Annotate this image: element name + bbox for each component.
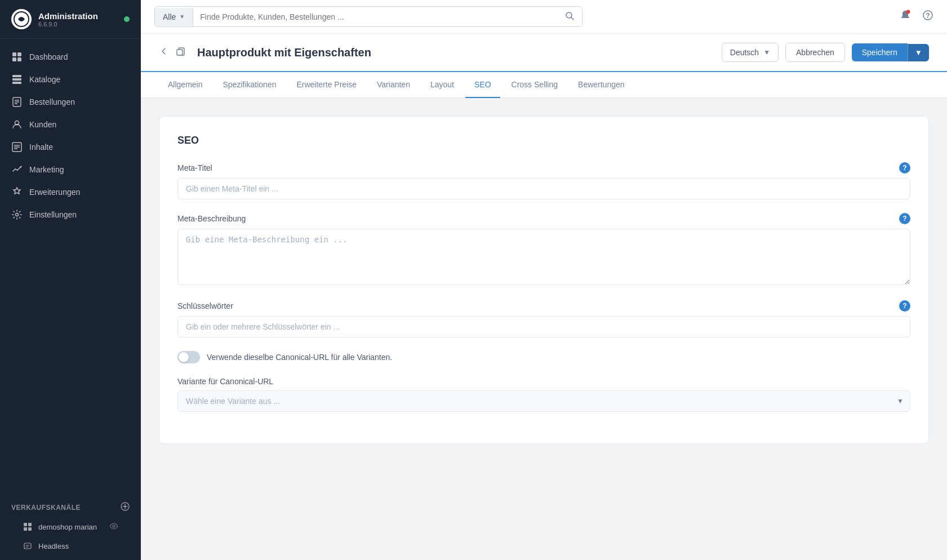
sidebar-item-kunden[interactable]: Kunden [0,113,141,136]
svg-point-32 [906,10,910,14]
seo-section: SEO Meta-Titel ? Meta-Beschreibung [159,116,929,444]
sales-channels-header: Verkaufskanäle [11,502,130,513]
notification-icon[interactable] [900,10,911,24]
online-indicator [124,16,130,22]
search-container: Alle ▼ [154,6,583,27]
channel-label: Headless [38,542,69,550]
sidebar-item-label: Dashboard [29,52,68,61]
tabs-bar: Allgemein Spezifikationen Erweiterte Pre… [141,72,947,98]
kataloge-icon [11,74,23,85]
topbar-actions: ? [900,10,933,24]
sidebar-item-marketing[interactable]: Marketing [0,158,141,181]
sidebar-item-label: Kataloge [29,75,60,84]
save-dropdown-button[interactable]: ▼ [908,44,929,61]
svg-line-31 [571,17,573,20]
app-version: 6.6.9.0 [38,21,98,28]
keywords-group: Schlüsselwörter ? [177,300,910,337]
meta-title-label-row: Meta-Titel ? [177,162,910,174]
content-area: SEO Meta-Titel ? Meta-Beschreibung [141,98,947,560]
svg-point-26 [113,525,115,527]
meta-description-help-icon[interactable]: ? [899,213,910,224]
meta-title-label: Meta-Titel [177,163,212,172]
canonical-variant-select-container: Wähle eine Variante aus ... ▼ [177,390,910,412]
canonical-variant-group: Variante für Canonical-URL Wähle eine Va… [177,377,910,412]
inhalte-icon [11,141,23,153]
sales-channels-section: Verkaufskanäle [0,493,141,560]
seo-form-area: SEO Meta-Titel ? Meta-Beschreibung [141,98,947,475]
erweiterungen-icon [11,186,23,198]
sales-channels-label: Verkaufskanäle [11,504,81,512]
toggle-knob [179,352,189,362]
page-title: Hauptprodukt mit Eigenschaften [197,46,371,59]
meta-description-group: Meta-Beschreibung ? [177,213,910,287]
svg-rect-3 [12,57,16,61]
help-icon[interactable]: ? [922,10,933,24]
app-title-group: Administration 6.6.9.0 [38,11,98,28]
meta-description-input[interactable] [177,229,910,285]
demoshop-icon [23,522,33,532]
back-button[interactable] [159,46,169,59]
meta-description-label-row: Meta-Beschreibung ? [177,213,910,224]
sidebar-item-label: Inhalte [29,143,53,152]
svg-rect-25 [28,527,32,531]
svg-rect-7 [12,82,21,84]
canonical-variant-select[interactable]: Wähle eine Variante aus ... [177,390,910,412]
sidebar-header: Administration 6.6.9.0 [0,0,141,39]
svg-rect-5 [12,75,21,77]
kunden-icon [11,119,23,130]
einstellungen-icon [11,209,23,220]
tab-bewertungen[interactable]: Bewertungen [569,72,634,98]
meta-title-help-icon[interactable]: ? [899,162,910,174]
svg-rect-36 [177,50,183,55]
tab-cross-selling[interactable]: Cross Selling [503,72,567,98]
sidebar-item-bestellungen[interactable]: Bestellungen [0,91,141,113]
cancel-button[interactable]: Abbrechen [785,43,845,62]
sidebar-item-headless[interactable]: Headless [11,536,130,555]
page-header: Hauptprodukt mit Eigenschaften Deutsch ▼… [141,34,947,72]
sidebar-item-kataloge[interactable]: Kataloge [0,68,141,91]
keywords-input[interactable] [177,316,910,337]
save-main-button[interactable]: Speichern [852,43,908,61]
sidebar-item-inhalte[interactable]: Inhalte [0,136,141,158]
language-selector[interactable]: Deutsch ▼ [722,43,779,62]
marketing-icon [11,164,23,175]
search-submit-button[interactable] [557,7,582,26]
canonical-toggle[interactable] [177,351,200,363]
page-header-actions: Deutsch ▼ Abbrechen Speichern ▼ [722,43,929,62]
sidebar-item-label: Einstellungen [29,210,77,219]
chevron-down-icon: ▼ [179,14,185,20]
eye-icon[interactable] [109,523,118,531]
channel-label: demoshop marian [38,523,97,531]
chevron-down-icon: ▼ [763,48,770,56]
tab-varianten[interactable]: Varianten [368,72,419,98]
tab-layout[interactable]: Layout [421,72,463,98]
svg-point-18 [16,214,19,216]
search-type-button[interactable]: Alle ▼ [155,8,193,26]
search-type-label: Alle [163,12,176,21]
sidebar-item-demoshop[interactable]: demoshop marian [11,517,130,536]
search-input[interactable] [193,8,557,26]
svg-text:?: ? [926,12,930,20]
tab-allgemein[interactable]: Allgemein [159,72,211,98]
meta-description-label: Meta-Beschreibung [177,214,246,223]
sidebar-item-label: Marketing [29,165,64,174]
keywords-help-icon[interactable]: ? [899,300,910,312]
svg-rect-23 [28,523,32,526]
meta-title-input[interactable] [177,178,910,199]
add-channel-icon[interactable] [121,502,130,513]
sidebar-item-einstellungen[interactable]: Einstellungen [0,203,141,226]
sidebar-item-label: Erweiterungen [29,188,80,197]
tab-spezifikationen[interactable]: Spezifikationen [214,72,285,98]
meta-title-group: Meta-Titel ? [177,162,910,199]
svg-rect-4 [17,57,21,61]
tab-erweiterte-preise[interactable]: Erweiterte Preise [287,72,366,98]
seo-section-title: SEO [177,135,910,146]
canonical-variant-label: Variante für Canonical-URL [177,377,273,386]
copy-button[interactable] [176,46,186,59]
dashboard-icon [11,51,23,63]
topbar: Alle ▼ [141,0,947,34]
sidebar-item-erweiterungen[interactable]: Erweiterungen [0,181,141,203]
sidebar-item-dashboard[interactable]: Dashboard [0,46,141,68]
sidebar: Administration 6.6.9.0 Dashboard [0,0,141,560]
tab-seo[interactable]: SEO [465,72,500,98]
